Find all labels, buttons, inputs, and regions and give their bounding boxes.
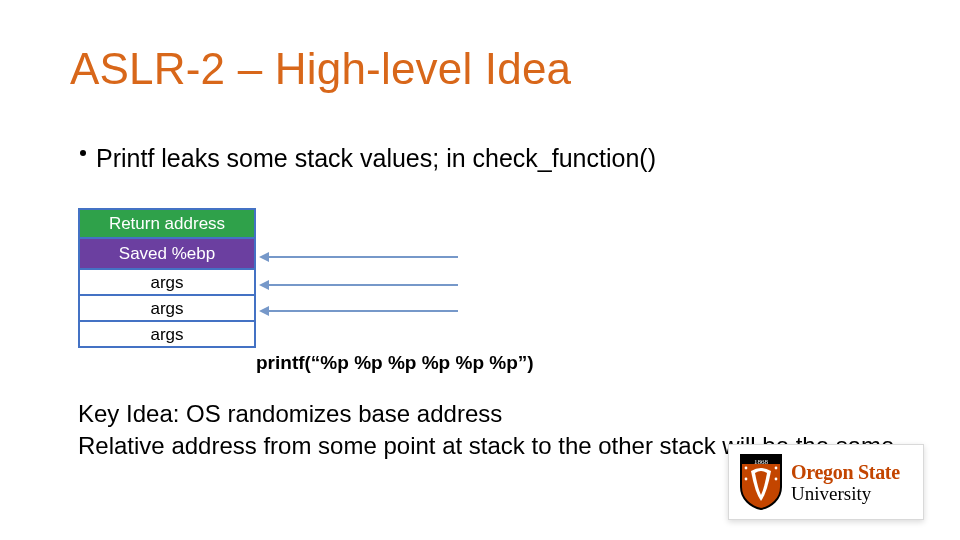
key-idea-line: Key Idea: OS randomizes base address xyxy=(78,398,900,430)
university-logo: 1868 Oregon State University xyxy=(728,444,924,520)
stack-cell-args: args xyxy=(78,322,256,348)
logo-line-2: University xyxy=(791,484,900,503)
bullet-dot-icon xyxy=(80,150,86,156)
slide: ASLR-2 – High-level Idea Printf leaks so… xyxy=(0,0,960,540)
svg-point-5 xyxy=(775,478,778,481)
stack-cell-return-address: Return address xyxy=(78,208,256,239)
stack-cell-args: args xyxy=(78,270,256,296)
stack-diagram: Return address Saved %ebp args args args xyxy=(78,208,256,348)
arrow-icon xyxy=(268,310,458,312)
slide-title: ASLR-2 – High-level Idea xyxy=(70,44,571,94)
bullet-item: Printf leaks some stack values; in check… xyxy=(80,144,656,173)
arrow-icon xyxy=(268,284,458,286)
stack-cell-args: args xyxy=(78,296,256,322)
printf-call-text: printf(“%p %p %p %p %p %p”) xyxy=(256,352,534,374)
logo-line-1: Oregon State xyxy=(791,462,900,482)
svg-point-3 xyxy=(775,467,778,470)
svg-point-2 xyxy=(745,467,748,470)
crest-icon: 1868 xyxy=(737,453,785,511)
svg-point-4 xyxy=(745,478,748,481)
svg-text:1868: 1868 xyxy=(754,458,769,466)
stack-cell-saved-ebp: Saved %ebp xyxy=(78,239,256,270)
logo-text: Oregon State University xyxy=(791,462,900,503)
arrow-group xyxy=(256,208,476,368)
bullet-text: Printf leaks some stack values; in check… xyxy=(96,144,656,173)
arrow-icon xyxy=(268,256,458,258)
